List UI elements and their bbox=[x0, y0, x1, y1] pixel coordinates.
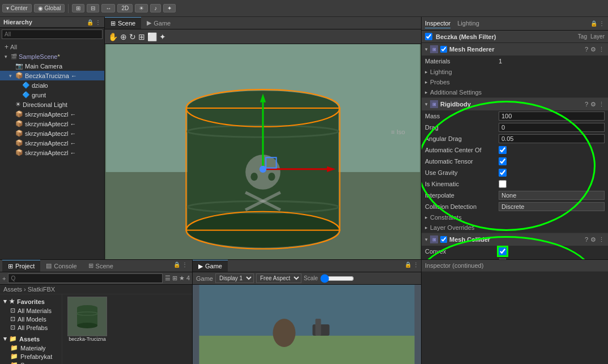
toolbar-2d-btn[interactable]: 2D bbox=[117, 4, 133, 12]
object-active-checkbox[interactable] bbox=[425, 33, 432, 40]
tab-game[interactable]: ▶ Game bbox=[141, 17, 176, 29]
inspector-tabs: Inspector Lighting bbox=[425, 19, 479, 28]
favorites-header[interactable]: ▾ ★ Favorites bbox=[1, 297, 61, 306]
project-view-icon1[interactable]: ☰ bbox=[165, 275, 171, 282]
toolbar-scale-icon[interactable]: ⊞ bbox=[138, 32, 145, 41]
rigidbody-settings-icon[interactable]: ⚙ bbox=[590, 101, 596, 108]
tree-item-add[interactable]: + All bbox=[0, 42, 104, 52]
constraints-sub-header[interactable]: ▸ Constraints bbox=[422, 212, 608, 222]
meshcollider-menu-icon[interactable]: ⋮ bbox=[598, 236, 605, 243]
rigidbody-arrow: ▾ bbox=[425, 101, 428, 107]
tab-project[interactable]: ⊞ Project bbox=[2, 260, 40, 272]
lighting-sub-header[interactable]: ▸ Lighting bbox=[422, 67, 608, 77]
autotensor-checkbox[interactable] bbox=[499, 157, 507, 165]
toolbar-global-btn[interactable]: ◉ Global bbox=[34, 4, 65, 12]
scale-slider[interactable] bbox=[320, 274, 354, 283]
iskinematic-checkbox[interactable] bbox=[499, 180, 507, 188]
fav-models[interactable]: ⊡ All Models bbox=[1, 315, 61, 323]
hierarchy-lock-icon[interactable]: 🔒 bbox=[87, 19, 93, 25]
project-add-icon[interactable]: + bbox=[2, 275, 6, 282]
tree-item-skrzynia1[interactable]: 📦 skrzyniaApteczl ← bbox=[0, 109, 104, 119]
meshrenderer-checkbox[interactable] bbox=[440, 46, 447, 53]
tree-item-dirlight[interactable]: ☀ Directional Light bbox=[0, 100, 104, 109]
toolbar-universal-icon[interactable]: ✦ bbox=[159, 32, 166, 41]
tree-item-skrzynia5[interactable]: 📦 skrzyniaApteczl ← bbox=[0, 148, 104, 157]
project-lock-icon[interactable]: 🔒 bbox=[173, 262, 180, 270]
probes-sub-header[interactable]: ▸ Probes bbox=[422, 77, 608, 87]
favorites-star-icon: ★ bbox=[9, 298, 15, 305]
add-icon: + bbox=[5, 43, 8, 51]
drag-input[interactable] bbox=[499, 123, 605, 132]
interpolate-select[interactable]: None Interpolate Extrapolate bbox=[499, 191, 605, 200]
display-select[interactable]: Display 1 bbox=[215, 273, 254, 283]
assets-tree-header[interactable]: ▾ 📁 Assets bbox=[1, 334, 61, 344]
tree-item-dzialo[interactable]: 🔷 działo bbox=[0, 80, 104, 90]
rigidbody-help-icon[interactable]: ? bbox=[585, 101, 588, 108]
aspect-select[interactable]: Free Aspect bbox=[256, 273, 301, 283]
bottom-right-panel: Inspector (continued) bbox=[421, 260, 608, 364]
toolbar-grid-btn[interactable]: ⊞ bbox=[72, 4, 84, 12]
toolbar-fx-btn[interactable]: ✦ bbox=[163, 4, 176, 12]
fav-prefabs[interactable]: ⊡ All Prefabs bbox=[1, 323, 61, 332]
folder-materialy[interactable]: 📁 Materiały bbox=[1, 344, 61, 352]
usegravity-checkbox[interactable] bbox=[499, 169, 507, 177]
toolbar-move-icon[interactable]: ⊕ bbox=[120, 32, 127, 41]
meshrenderer-menu-icon[interactable]: ⋮ bbox=[598, 46, 605, 53]
meshcollider-help-icon[interactable]: ? bbox=[585, 236, 588, 243]
toolbar-light-btn[interactable]: ☀ bbox=[135, 4, 148, 12]
toolbar-audio-btn[interactable]: ♪ bbox=[150, 4, 161, 12]
rigidbody-menu-icon[interactable]: ⋮ bbox=[598, 101, 605, 108]
meshrenderer-help-icon[interactable]: ? bbox=[585, 46, 588, 53]
toolbar-move-btn[interactable]: ↔ bbox=[101, 4, 115, 12]
inspector-menu-icon[interactable]: ⋮ bbox=[599, 20, 605, 27]
fav-materials[interactable]: ⊡ All Materials bbox=[1, 306, 61, 315]
meshcollider-settings-icon[interactable]: ⚙ bbox=[590, 236, 596, 243]
tab-console[interactable]: ▤ Console bbox=[40, 260, 82, 272]
toolbar-hand-icon[interactable]: ✋ bbox=[108, 32, 118, 41]
tree-item-skrzynia3[interactable]: 📦 skrzyniaApteczl ← bbox=[0, 129, 104, 138]
project-search-input[interactable] bbox=[8, 273, 162, 283]
tree-item-skrzynia2[interactable]: 📦 skrzyniaApteczl ← bbox=[0, 119, 104, 129]
convex-checkbox[interactable] bbox=[499, 247, 507, 255]
toolbar-rect-icon[interactable]: ⬜ bbox=[147, 32, 157, 41]
hierarchy-search-input[interactable] bbox=[2, 29, 103, 39]
additional-sub-header[interactable]: ▸ Additional Settings bbox=[422, 87, 608, 97]
meshrenderer-header[interactable]: ▾ ⊞ Mesh Renderer ? ⚙ ⋮ bbox=[422, 43, 608, 55]
mass-input[interactable] bbox=[499, 112, 605, 121]
folder-prefab[interactable]: 📁 Prefabrykat bbox=[1, 352, 61, 361]
toolbar-snap-btn[interactable]: ⊟ bbox=[87, 4, 99, 12]
tree-item-skrzynia4[interactable]: 📦 skrzyniaApteczl ← bbox=[0, 138, 104, 148]
layeroverrides-rb-sub-header[interactable]: ▸ Layer Overrides bbox=[422, 222, 608, 233]
toolbar-center-btn[interactable]: ▾ Center bbox=[2, 4, 32, 12]
inspector-lock-icon[interactable]: 🔒 bbox=[590, 20, 597, 27]
tree-item-grunt[interactable]: 🔷 grunt bbox=[0, 90, 104, 100]
toolbar-rotate-icon[interactable]: ↻ bbox=[129, 32, 136, 41]
angulardrag-input[interactable] bbox=[499, 134, 605, 143]
istrigger-checkbox[interactable] bbox=[499, 259, 507, 259]
project-menu-icon[interactable]: ⋮ bbox=[182, 262, 188, 270]
rigidbody-header[interactable]: ▾ ⊞ Rigidbody ? ⚙ ⋮ bbox=[422, 98, 608, 110]
tree-item-samplescene[interactable]: ▾ 🎬 SampleScene* bbox=[0, 52, 104, 61]
project-icon: ⊞ bbox=[8, 263, 13, 270]
game-lock-icon[interactable]: 🔒 bbox=[405, 262, 411, 270]
tree-item-beczka[interactable]: ▾ 📦 BeczkaTrucizna ← bbox=[0, 71, 104, 80]
hierarchy-menu-icon[interactable]: ⋮ bbox=[95, 19, 101, 25]
bottom-center-panel: ▶ Game 🔒 ⋮ Game Display 1 Free Aspect Sc… bbox=[193, 260, 421, 364]
project-star-icon[interactable]: ★ bbox=[179, 275, 185, 282]
project-num-icon[interactable]: 4 bbox=[186, 275, 190, 282]
tab-scene-bottom[interactable]: ⊞ Scene bbox=[83, 260, 119, 272]
meshrenderer-settings-icon[interactable]: ⚙ bbox=[590, 46, 596, 53]
game-menu-icon[interactable]: ⋮ bbox=[413, 262, 419, 270]
tree-item-maincamera[interactable]: 📷 Main Camera bbox=[0, 61, 104, 71]
collision-select[interactable]: Discrete Continuous Continuous Dynamic bbox=[499, 202, 605, 211]
asset-thumb-beczka[interactable]: beczka-Trucizna bbox=[65, 297, 110, 342]
tab-inspector[interactable]: Inspector bbox=[425, 19, 450, 28]
project-view-icon2[interactable]: ⊞ bbox=[172, 275, 177, 282]
meshcollider-header[interactable]: ▾ ⊞ Mesh Collider ? ⚙ ⋮ bbox=[422, 233, 608, 246]
autocenter-checkbox[interactable] bbox=[499, 146, 507, 154]
tab-game-bottom[interactable]: ▶ Game bbox=[193, 260, 228, 272]
folder-scenes[interactable]: 📁 Scenes bbox=[1, 361, 61, 364]
tab-lighting[interactable]: Lighting bbox=[457, 19, 479, 28]
meshcollider-checkbox[interactable] bbox=[440, 236, 447, 243]
tab-scene[interactable]: ⊞ Scene bbox=[105, 17, 141, 29]
